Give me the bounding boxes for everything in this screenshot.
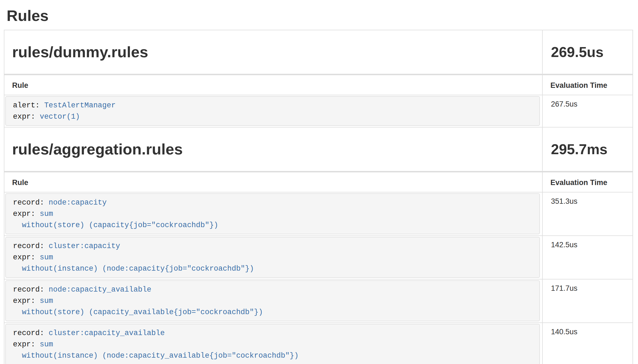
page-title: Rules [7, 7, 638, 24]
rule-code-line: expr: sum [13, 295, 534, 307]
rule-code-line: without(instance) (node:capacity_availab… [13, 350, 534, 362]
evaluation-time-column-header: Evaluation Time [542, 172, 633, 192]
rule-code-line: expr: sum [13, 339, 534, 350]
evaluation-time-value: 140.5us [542, 323, 633, 364]
rule-code-line: expr: sum [13, 252, 534, 263]
rule-keyword: record: [13, 242, 44, 250]
group-title: rules/aggregation.rules [12, 141, 542, 158]
rule-expression-link[interactable]: TestAlertManager [40, 101, 115, 110]
rule-expression-link[interactable]: sum [35, 297, 53, 305]
rule-code-line: expr: vector(1) [13, 111, 534, 123]
rule-keyword: record: [13, 286, 44, 294]
rule-expression-link[interactable]: sum [35, 253, 53, 262]
rule-row: record: node:capacity_availableexpr: sum… [4, 279, 633, 323]
rule-expression-link[interactable]: node:capacity [44, 199, 107, 207]
rule-code-line: record: cluster:capacity [13, 241, 534, 252]
rule-expression-link[interactable]: without(store) (capacity_available{job="… [13, 308, 263, 316]
rule-group: rules/aggregation.rules 295.7ms Rule Eva… [4, 127, 633, 364]
group-evaluation-time: 295.7ms [542, 127, 633, 172]
rule-code-line: record: cluster:capacity_available [13, 328, 534, 339]
rule-keyword: record: [13, 199, 44, 207]
rule-code: record: cluster:capacityexpr: sum withou… [5, 237, 540, 278]
rule-row: record: node:capacityexpr: sum without(s… [4, 192, 633, 236]
evaluation-time-column-header: Evaluation Time [542, 75, 633, 95]
rule-code-line: without(instance) (node:capacity{job="co… [13, 263, 534, 275]
group-header-row: rules/dummy.rules 269.5us [4, 30, 633, 75]
rule-keyword: alert: [13, 101, 40, 110]
rule-code: alert: TestAlertManagerexpr: vector(1) [5, 96, 540, 126]
rule-keyword: expr: [13, 340, 35, 349]
evaluation-time-value: 142.5us [542, 236, 633, 279]
rule-group: rules/dummy.rules 269.5us Rule Evaluatio… [4, 30, 633, 127]
group-evaluation-time: 269.5us [542, 30, 633, 75]
rule-row: alert: TestAlertManagerexpr: vector(1) 2… [4, 95, 633, 127]
rule-column-header: Rule [4, 172, 542, 192]
rule-code-line: alert: TestAlertManager [13, 100, 534, 111]
rule-keyword: record: [13, 329, 44, 337]
rules-table: rules/dummy.rules 269.5us Rule Evaluatio… [4, 30, 633, 364]
rule-keyword: expr: [13, 210, 35, 218]
column-header-row: Rule Evaluation Time [4, 75, 633, 95]
group-title: rules/dummy.rules [12, 44, 542, 61]
rule-expression-link[interactable]: cluster:capacity [44, 242, 120, 250]
evaluation-time-value: 351.3us [542, 192, 633, 236]
rule-keyword: expr: [13, 113, 35, 121]
group-header-row: rules/aggregation.rules 295.7ms [4, 127, 633, 172]
rule-row: record: cluster:capacity_availableexpr: … [4, 323, 633, 364]
rule-code-line: record: node:capacity [13, 197, 534, 208]
rule-expression-link[interactable]: sum [35, 340, 53, 349]
rule-code-line: without(store) (capacity{job="cockroachd… [13, 220, 534, 231]
rule-expression-link[interactable]: vector(1) [35, 113, 80, 121]
rule-code-line: without(store) (capacity_available{job="… [13, 307, 534, 318]
evaluation-time-value: 171.7us [542, 279, 633, 323]
rule-code: record: node:capacity_availableexpr: sum… [5, 280, 540, 321]
evaluation-time-value: 267.5us [542, 95, 633, 127]
rule-expression-link[interactable]: without(instance) (node:capacity_availab… [13, 352, 299, 360]
rule-keyword: expr: [13, 297, 35, 305]
rule-row: record: cluster:capacityexpr: sum withou… [4, 236, 633, 279]
rule-code-line: record: node:capacity_available [13, 284, 534, 295]
rule-code-line: expr: sum [13, 208, 534, 220]
rule-expression-link[interactable]: sum [35, 210, 53, 218]
rule-expression-link[interactable]: cluster:capacity_available [44, 329, 164, 337]
rule-expression-link[interactable]: node:capacity_available [44, 286, 151, 294]
rule-expression-link[interactable]: without(store) (capacity{job="cockroachd… [13, 221, 218, 229]
rule-column-header: Rule [4, 75, 542, 95]
rule-expression-link[interactable]: without(instance) (node:capacity{job="co… [13, 265, 254, 273]
rule-keyword: expr: [13, 253, 35, 262]
rule-code: record: node:capacityexpr: sum without(s… [5, 193, 540, 234]
column-header-row: Rule Evaluation Time [4, 172, 633, 192]
rule-code: record: cluster:capacity_availableexpr: … [5, 324, 540, 364]
